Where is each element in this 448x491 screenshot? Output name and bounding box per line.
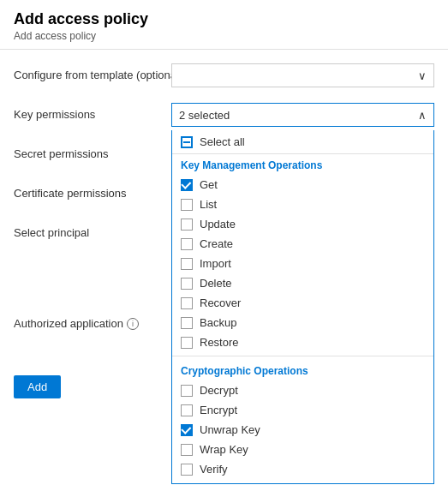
- checkbox-restore[interactable]: [181, 337, 193, 349]
- label-unwrap-key[interactable]: Unwrap Key: [200, 423, 260, 436]
- authorized-application-label: Authorized application i: [14, 312, 139, 336]
- cryptographic-section-header: Cryptographic Operations: [172, 360, 433, 380]
- key-permissions-chevron-up-icon: ∧: [418, 109, 427, 122]
- checkbox-create[interactable]: [181, 238, 193, 250]
- add-button[interactable]: Add: [14, 375, 61, 398]
- checkbox-list[interactable]: [181, 199, 193, 211]
- key-management-section-header: Key Management Operations: [172, 154, 433, 175]
- label-delete[interactable]: Delete: [200, 277, 232, 290]
- secret-permissions-label: Secret permissions: [14, 142, 109, 166]
- dropdown-area: ∨ 2 selected ∧ Select all Key Management…: [171, 50, 448, 491]
- key-permissions-label: Key permissions: [14, 103, 95, 127]
- label-encrypt[interactable]: Encrypt: [200, 404, 237, 416]
- checkbox-delete[interactable]: [181, 278, 193, 290]
- checkbox-row-encrypt: Encrypt: [172, 400, 433, 420]
- checkbox-sign[interactable]: [181, 483, 193, 485]
- checkbox-row-update: Update: [172, 214, 433, 234]
- checkbox-row-delete: Delete: [172, 273, 433, 293]
- select-all-checkbox[interactable]: [181, 136, 193, 148]
- section-divider: [172, 356, 433, 356]
- key-permissions-dropdown[interactable]: 2 selected ∧: [171, 103, 434, 127]
- key-permissions-value: 2 selected: [179, 109, 230, 122]
- header: Add access policy Add access policy: [0, 0, 448, 50]
- checkbox-row-decrypt: Decrypt: [172, 380, 433, 400]
- form-fields: Configure from template (optional) Key p…: [0, 50, 171, 491]
- authorized-application-field-row: Authorized application i: [14, 312, 158, 336]
- checkbox-row-verify: Verify: [172, 459, 433, 479]
- checkbox-row-recover: Recover: [172, 293, 433, 313]
- checkbox-recover[interactable]: [181, 297, 193, 309]
- select-principal-label: Select principal: [14, 221, 89, 245]
- checkbox-row-wrap-key: Wrap Key: [172, 440, 433, 459]
- key-permissions-field-row: Key permissions: [14, 103, 158, 127]
- checkbox-row-restore: Restore: [172, 332, 433, 352]
- checkbox-decrypt[interactable]: [181, 385, 193, 397]
- configure-template-dropdown[interactable]: ∨: [171, 63, 434, 87]
- page-container: Add access policy Add access policy Conf…: [0, 0, 448, 491]
- label-wrap-key[interactable]: Wrap Key: [200, 443, 248, 456]
- configure-chevron-down-icon: ∨: [418, 69, 427, 82]
- label-recover[interactable]: Recover: [200, 296, 241, 309]
- label-sign[interactable]: Sign: [200, 482, 222, 484]
- certificate-permissions-field-row: Certificate permissions: [14, 182, 158, 206]
- checkbox-row-create: Create: [172, 234, 433, 254]
- checkbox-import[interactable]: [181, 258, 193, 270]
- checkbox-row-list: List: [172, 195, 433, 214]
- label-decrypt[interactable]: Decrypt: [200, 384, 238, 397]
- checkbox-verify[interactable]: [181, 464, 193, 476]
- page-subtitle: Add access policy: [14, 30, 434, 42]
- label-restore[interactable]: Restore: [200, 336, 239, 349]
- select-all-label[interactable]: Select all: [200, 135, 245, 148]
- checkbox-backup[interactable]: [181, 317, 193, 329]
- select-all-row: Select all: [172, 130, 433, 154]
- checkbox-row-import: Import: [172, 254, 433, 273]
- certificate-permissions-label: Certificate permissions: [14, 182, 127, 206]
- checkbox-unwrap-key[interactable]: [181, 424, 193, 436]
- label-update[interactable]: Update: [200, 218, 236, 231]
- checkbox-row-backup: Backup: [172, 313, 433, 332]
- checkbox-row-get: Get: [172, 175, 433, 195]
- checkbox-update[interactable]: [181, 219, 193, 231]
- configure-label: Configure from template (optional): [14, 63, 182, 87]
- label-get[interactable]: Get: [200, 178, 218, 191]
- page-title: Add access policy: [14, 10, 434, 28]
- label-list[interactable]: List: [200, 198, 217, 211]
- form-area: Configure from template (optional) Key p…: [0, 50, 448, 491]
- checkbox-encrypt[interactable]: [181, 404, 193, 416]
- checkbox-row-sign: Sign: [172, 479, 433, 484]
- select-principal-field-row: Select principal: [14, 221, 158, 245]
- checkbox-row-unwrap-key: Unwrap Key: [172, 420, 433, 440]
- configure-field-row: Configure from template (optional): [14, 63, 158, 87]
- info-icon[interactable]: i: [127, 318, 139, 330]
- checkbox-wrap-key[interactable]: [181, 444, 193, 456]
- label-import[interactable]: Import: [200, 257, 231, 270]
- label-create[interactable]: Create: [200, 237, 233, 250]
- label-verify[interactable]: Verify: [200, 463, 228, 476]
- label-backup[interactable]: Backup: [200, 316, 236, 329]
- key-permissions-panel: Select all Key Management Operations Get…: [171, 130, 434, 484]
- checkbox-get[interactable]: [181, 179, 193, 191]
- secret-permissions-field-row: Secret permissions: [14, 142, 158, 166]
